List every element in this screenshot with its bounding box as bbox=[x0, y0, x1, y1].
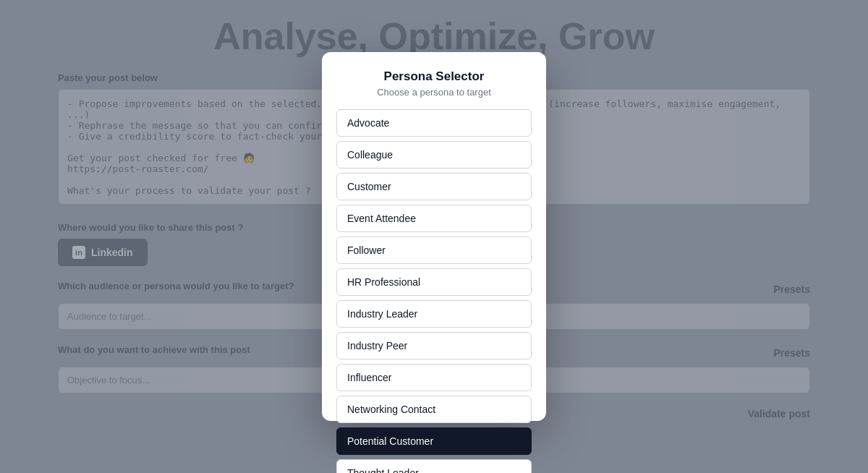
persona-item-industry-peer[interactable]: Industry Peer bbox=[336, 332, 532, 359]
modal-title: Persona Selector bbox=[336, 69, 532, 84]
persona-item-thought-leader[interactable]: Thought Leader bbox=[336, 459, 532, 473]
persona-item-customer[interactable]: Customer bbox=[336, 173, 532, 200]
modal-overlay[interactable]: Persona Selector Choose a persona to tar… bbox=[0, 0, 868, 473]
persona-list: AdvocateColleagueCustomerEvent AttendeeF… bbox=[336, 109, 532, 473]
persona-item-follower[interactable]: Follower bbox=[336, 236, 532, 264]
persona-item-influencer[interactable]: Influencer bbox=[336, 364, 532, 391]
persona-selector-modal: Persona Selector Choose a persona to tar… bbox=[322, 52, 546, 421]
persona-item-networking-contact[interactable]: Networking Contact bbox=[336, 396, 532, 423]
persona-item-industry-leader[interactable]: Industry Leader bbox=[336, 300, 532, 328]
persona-item-colleague[interactable]: Colleague bbox=[336, 141, 532, 169]
persona-item-event-attendee[interactable]: Event Attendee bbox=[336, 205, 532, 232]
persona-item-hr-professional[interactable]: HR Professional bbox=[336, 268, 532, 296]
persona-item-advocate[interactable]: Advocate bbox=[336, 109, 532, 137]
persona-item-potential-customer[interactable]: Potential Customer bbox=[336, 427, 532, 455]
modal-subtitle: Choose a persona to target bbox=[336, 87, 532, 98]
